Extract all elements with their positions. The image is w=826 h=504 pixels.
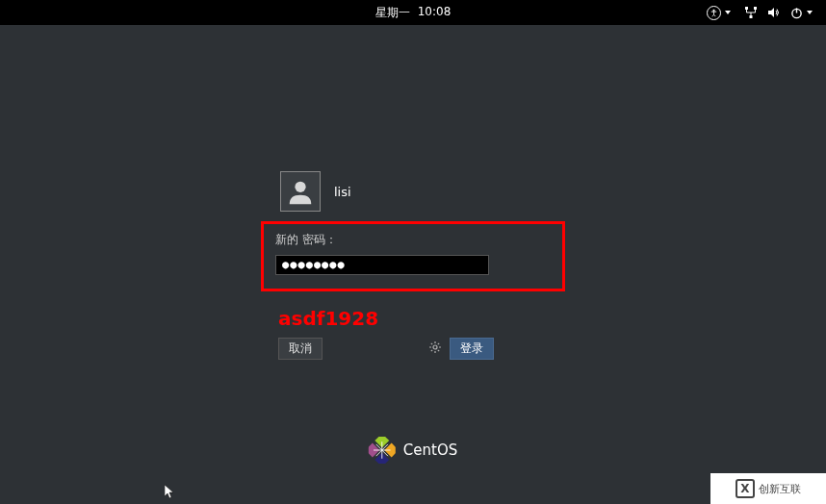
clock: 星期一 10:08 <box>375 5 452 21</box>
accessibility-icon <box>707 6 721 20</box>
user-icon <box>286 177 315 206</box>
username-label: lisi <box>334 185 351 199</box>
power-menu[interactable] <box>790 7 813 19</box>
user-row: lisi <box>280 171 548 212</box>
brand-name: CentOS <box>403 441 457 459</box>
button-row: 取消 登录 <box>278 338 494 360</box>
svg-line-15 <box>438 342 439 343</box>
svg-line-14 <box>431 349 432 350</box>
watermark-text: 创新互联 <box>759 482 801 496</box>
network-icon[interactable] <box>744 6 758 19</box>
svg-line-12 <box>431 342 432 343</box>
power-icon <box>790 7 803 19</box>
watermark-logo-icon: X <box>736 479 755 498</box>
svg-point-6 <box>295 182 305 192</box>
password-label: 新的 密码： <box>275 232 551 248</box>
gear-icon[interactable] <box>428 340 442 357</box>
avatar <box>280 171 321 212</box>
svg-rect-3 <box>750 15 753 18</box>
centos-logo-icon <box>369 437 396 464</box>
volume-icon[interactable] <box>767 6 781 19</box>
cursor-icon <box>165 485 176 500</box>
password-highlight-annotation: 新的 密码： <box>261 221 565 291</box>
svg-rect-1 <box>745 7 748 10</box>
login-button[interactable]: 登录 <box>450 338 494 360</box>
accessibility-menu[interactable] <box>707 6 731 20</box>
day-label: 星期一 <box>375 5 410 21</box>
top-bar: 星期一 10:08 <box>0 0 826 25</box>
password-input[interactable] <box>275 255 489 275</box>
svg-line-13 <box>438 349 439 350</box>
chevron-down-icon <box>725 11 731 14</box>
cancel-button[interactable]: 取消 <box>278 338 323 360</box>
watermark: X 创新互联 <box>710 473 826 504</box>
password-annotation-text: asdf1928 <box>278 307 548 330</box>
svg-point-7 <box>433 345 437 349</box>
svg-rect-2 <box>754 7 757 10</box>
login-panel: lisi 新的 密码： asdf1928 取消 登录 <box>278 171 548 360</box>
svg-point-0 <box>712 9 714 11</box>
status-icons <box>707 6 813 20</box>
chevron-down-icon <box>807 11 813 14</box>
time-label: 10:08 <box>418 5 452 21</box>
branding: CentOS <box>369 437 457 464</box>
